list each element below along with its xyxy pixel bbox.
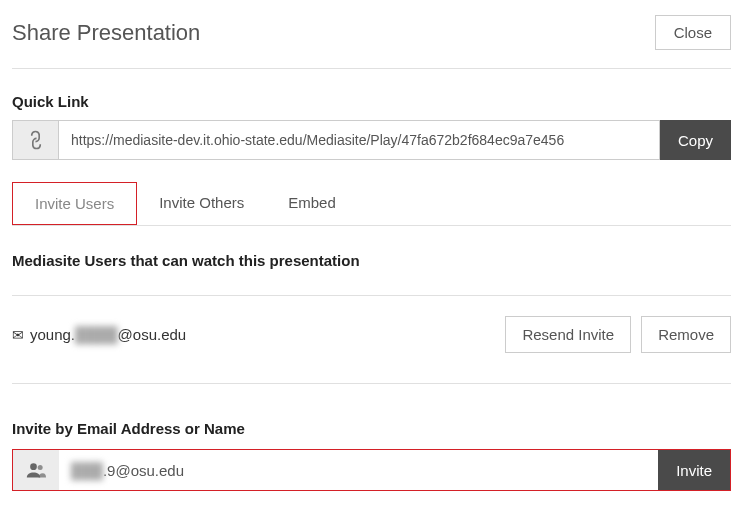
invite-input-suffix: .9@osu.edu bbox=[103, 462, 184, 479]
email-suffix: @osu.edu bbox=[118, 326, 187, 343]
user-email-group: ✉ young.████@osu.edu bbox=[12, 326, 186, 343]
tab-invite-users[interactable]: Invite Users bbox=[12, 182, 137, 225]
modal-header: Share Presentation Close bbox=[12, 15, 731, 69]
user-icon-box bbox=[13, 450, 59, 490]
link-icon bbox=[23, 127, 48, 152]
svg-point-0 bbox=[30, 463, 37, 470]
invite-section-label: Invite by Email Address or Name bbox=[12, 420, 731, 437]
invite-button[interactable]: Invite bbox=[658, 450, 730, 490]
user-row: ✉ young.████@osu.edu Resend Invite Remov… bbox=[12, 316, 731, 353]
tab-invite-others[interactable]: Invite Others bbox=[137, 182, 266, 225]
close-button[interactable]: Close bbox=[655, 15, 731, 50]
invite-input-redacted: ███ bbox=[71, 462, 103, 479]
tabs-row: Invite Users Invite Others Embed bbox=[12, 182, 731, 226]
users-section-heading: Mediasite Users that can watch this pres… bbox=[12, 252, 731, 269]
resend-invite-button[interactable]: Resend Invite bbox=[505, 316, 631, 353]
user-email: young.████@osu.edu bbox=[30, 326, 186, 343]
users-icon bbox=[26, 462, 46, 478]
svg-point-1 bbox=[38, 465, 43, 470]
divider bbox=[12, 383, 731, 384]
quick-link-input[interactable] bbox=[58, 120, 660, 160]
invite-email-input[interactable]: ███.9@osu.edu bbox=[59, 450, 658, 490]
envelope-icon: ✉ bbox=[12, 327, 24, 343]
user-action-buttons: Resend Invite Remove bbox=[505, 316, 731, 353]
link-icon-box bbox=[12, 120, 58, 160]
copy-button[interactable]: Copy bbox=[660, 120, 731, 160]
quick-link-label: Quick Link bbox=[12, 93, 731, 110]
modal-title: Share Presentation bbox=[12, 20, 200, 46]
quick-link-row: Copy bbox=[12, 120, 731, 160]
email-prefix: young. bbox=[30, 326, 75, 343]
invite-input-row: ███.9@osu.edu Invite bbox=[12, 449, 731, 491]
tab-embed[interactable]: Embed bbox=[266, 182, 358, 225]
email-redacted: ████ bbox=[75, 326, 118, 343]
divider bbox=[12, 295, 731, 296]
remove-button[interactable]: Remove bbox=[641, 316, 731, 353]
